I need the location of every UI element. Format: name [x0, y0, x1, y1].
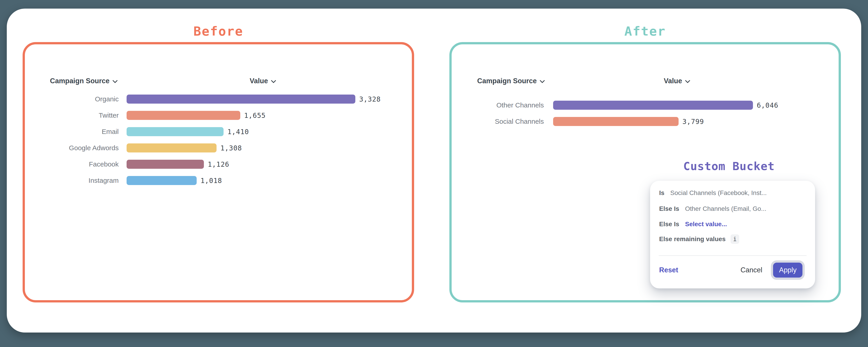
bar[interactable] — [127, 176, 197, 185]
after-title: After — [450, 24, 841, 38]
rule-value[interactable]: Social Channels (Facebook, Inst... — [670, 189, 767, 197]
popup-footer: Reset Cancel Apply — [659, 262, 802, 278]
cancel-button[interactable]: Cancel — [741, 266, 763, 274]
bar-value: 1,126 — [208, 161, 229, 168]
chart-row: Facebook 1,126 — [36, 160, 229, 169]
column-header-campaign-source[interactable]: Campaign Source — [50, 77, 118, 86]
bar-value: 1,308 — [220, 144, 242, 152]
column-header-value[interactable]: Value — [645, 77, 709, 86]
bar[interactable] — [127, 94, 355, 104]
bar[interactable] — [127, 127, 223, 136]
column-header-value[interactable]: Value — [231, 77, 294, 86]
bucket-rule-row: Is Social Channels (Facebook, Inst... — [659, 189, 806, 198]
bar-value: 1,655 — [244, 112, 266, 119]
bucket-rule-row: Else Is Select value... — [659, 220, 806, 229]
row-label: Facebook — [36, 161, 127, 168]
rule-operator: Else Is — [659, 205, 679, 212]
bar[interactable] — [553, 117, 679, 126]
bar[interactable] — [127, 160, 204, 169]
bar[interactable] — [127, 111, 240, 120]
row-label: Twitter — [36, 112, 127, 119]
row-label: Google Adwords — [36, 144, 127, 152]
column-header-label: Value — [664, 77, 682, 85]
column-header-label: Campaign Source — [477, 77, 537, 85]
bucket-rule-row: Else Is Other Channels (Email, Go... — [659, 204, 806, 213]
reset-button[interactable]: Reset — [659, 266, 678, 274]
row-label: Social Channels — [463, 118, 553, 125]
chart-row: Instagram 1,018 — [36, 176, 222, 185]
chevron-down-icon — [110, 77, 118, 85]
column-header-label: Campaign Source — [50, 77, 110, 85]
rule-operator: Else remaining values — [659, 235, 725, 243]
before-title: Before — [23, 24, 414, 38]
row-label: Other Channels — [463, 102, 553, 109]
custom-bucket-title: Custom Bucket — [647, 160, 811, 173]
column-header-label: Value — [250, 77, 268, 85]
bar-value: 6,046 — [757, 102, 778, 109]
chart-row: Twitter 1,655 — [36, 111, 266, 120]
info-icon[interactable]: i — [731, 234, 739, 244]
row-label: Instagram — [36, 177, 127, 184]
rule-operator: Is — [659, 189, 664, 197]
bar-value: 3,799 — [682, 118, 704, 125]
select-value-link[interactable]: Select value... — [685, 221, 727, 228]
bar-value: 1,410 — [227, 128, 249, 136]
chevron-down-icon — [682, 77, 690, 85]
bar-value: 3,328 — [359, 95, 381, 103]
chart-row: Google Adwords 1,308 — [36, 143, 242, 152]
chart-row: Organic 3,328 — [36, 94, 381, 104]
column-header-campaign-source[interactable]: Campaign Source — [477, 77, 545, 86]
row-label: Email — [36, 128, 127, 136]
bar[interactable] — [553, 101, 753, 110]
rule-value[interactable]: Other Channels (Email, Go... — [685, 205, 766, 212]
bucket-rule-row: Else remaining values i — [659, 235, 806, 243]
row-label: Organic — [36, 95, 127, 103]
bar[interactable] — [127, 143, 217, 152]
popup-divider — [659, 255, 807, 256]
chart-row: Email 1,410 — [36, 127, 249, 136]
rule-operator: Else Is — [659, 221, 679, 228]
page-background: Before Campaign Source Value Organic 3,3… — [0, 0, 868, 347]
chart-row: Social Channels 3,799 — [463, 117, 704, 126]
chart-row: Other Channels 6,046 — [463, 101, 778, 110]
chevron-down-icon — [537, 77, 545, 85]
custom-bucket-popup: Is Social Channels (Facebook, Inst... El… — [650, 181, 815, 288]
bar-value: 1,018 — [200, 177, 222, 184]
apply-button[interactable]: Apply — [773, 263, 802, 278]
chevron-down-icon — [268, 77, 276, 85]
